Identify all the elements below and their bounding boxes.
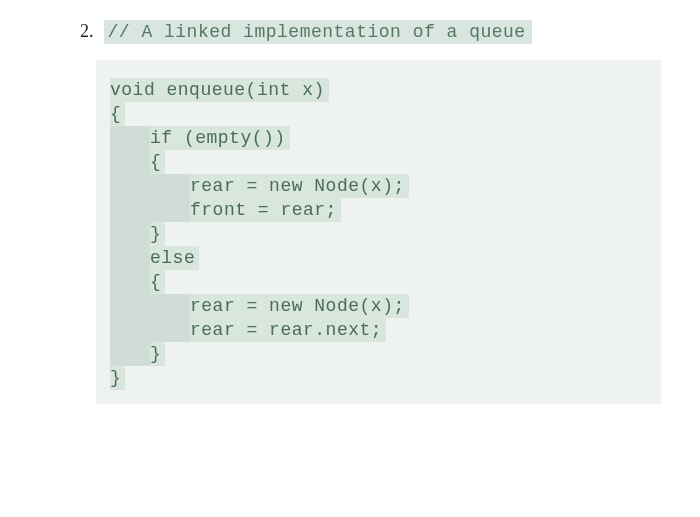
item-number: 2. (80, 21, 94, 42)
code-text: else (150, 246, 199, 270)
code-block: void enqueue(int x) { if (empty()) { rea… (96, 60, 661, 404)
code-line: { (110, 150, 647, 174)
code-line: else (110, 246, 647, 270)
code-line: front = rear; (110, 198, 647, 222)
code-text: } (150, 342, 165, 366)
code-text: } (110, 366, 125, 390)
code-line: void enqueue(int x) (110, 78, 647, 102)
code-line: rear = new Node(x); (110, 294, 647, 318)
code-line: { (110, 102, 647, 126)
code-line: rear = rear.next; (110, 318, 647, 342)
code-text: rear = new Node(x); (190, 174, 409, 198)
code-line: rear = new Node(x); (110, 174, 647, 198)
code-text: if (empty()) (150, 126, 290, 150)
code-text: } (150, 222, 165, 246)
code-text: rear = rear.next; (190, 318, 386, 342)
code-comment: // A linked implementation of a queue (104, 20, 532, 44)
code-text: { (150, 150, 165, 174)
code-line: } (110, 342, 647, 366)
code-text: void enqueue(int x) (110, 78, 329, 102)
code-line: } (110, 222, 647, 246)
code-text: rear = new Node(x); (190, 294, 409, 318)
code-text: { (150, 270, 165, 294)
code-text: front = rear; (190, 198, 341, 222)
code-text: { (110, 102, 125, 126)
header-row: 2. // A linked implementation of a queue (80, 20, 660, 44)
code-line: } (110, 366, 647, 390)
code-line: if (empty()) (110, 126, 647, 150)
code-line: { (110, 270, 647, 294)
